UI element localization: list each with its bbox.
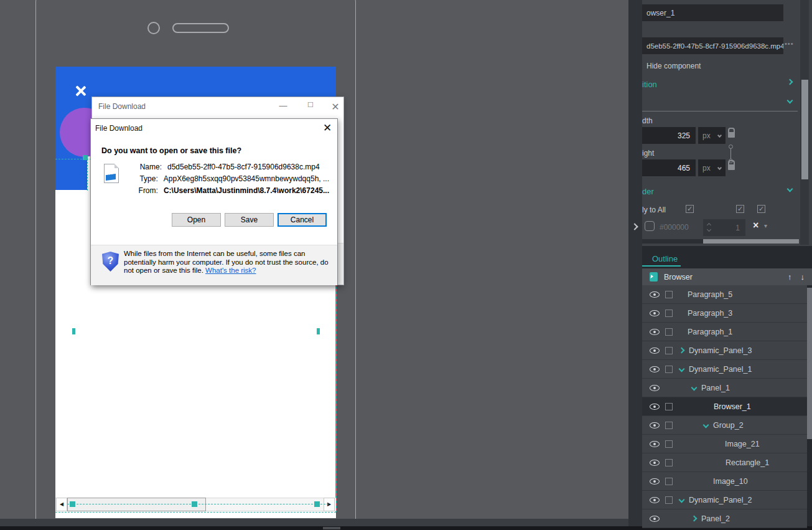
height-unit-select[interactable]: px xyxy=(698,159,726,176)
border-section-label[interactable]: der xyxy=(642,187,654,196)
visibility-eye-icon[interactable] xyxy=(650,422,660,428)
outline-checkbox[interactable] xyxy=(665,366,673,373)
lock-icon[interactable] xyxy=(728,132,735,138)
outline-checkbox[interactable] xyxy=(665,440,673,448)
visibility-eye-icon[interactable] xyxy=(650,348,660,354)
outline-row-rectangle_1[interactable]: Rectangle_1 xyxy=(642,453,807,472)
outline-checkbox[interactable] xyxy=(665,422,673,429)
cancel-button[interactable]: Cancel xyxy=(278,213,327,227)
border-bottom-checkbox[interactable]: ✓ xyxy=(757,205,765,213)
save-button[interactable]: Save xyxy=(225,213,274,227)
lock-icon[interactable] xyxy=(728,164,735,170)
hide-component-label[interactable]: Hide component xyxy=(646,62,701,70)
outline-row-browser_1[interactable]: Browser_1 xyxy=(642,397,807,416)
artboard-edge-guide xyxy=(335,269,337,512)
outline-checkbox[interactable] xyxy=(665,478,673,485)
visibility-eye-icon[interactable] xyxy=(650,329,660,335)
outline-vscroll-thumb[interactable] xyxy=(807,288,812,439)
outline-row-image_21[interactable]: Image_21 xyxy=(642,435,807,453)
border-width-stepper[interactable]: 1 xyxy=(703,219,745,236)
link-dimensions-icon[interactable] xyxy=(730,148,731,159)
visibility-eye-icon[interactable] xyxy=(650,478,660,485)
width-unit-select[interactable]: px xyxy=(698,127,726,144)
outline-checkbox[interactable] xyxy=(665,347,673,354)
more-options-icon[interactable]: ••• xyxy=(785,40,794,47)
chevron-right-icon[interactable] xyxy=(691,516,698,522)
visibility-eye-icon[interactable] xyxy=(650,366,660,372)
move-up-icon[interactable]: ↑ xyxy=(788,272,792,282)
outline-filter-row[interactable]: Browser ↑ ↓ xyxy=(642,268,812,285)
outline-checkbox[interactable] xyxy=(665,310,673,317)
outline-row-dynamic_panel_2[interactable]: Dynamic_Panel_2 xyxy=(642,491,807,509)
chevron-right-icon[interactable] xyxy=(679,348,685,354)
selection-handle[interactable] xyxy=(192,501,197,507)
outline-checkbox[interactable] xyxy=(665,328,673,336)
chevron-down-icon[interactable] xyxy=(691,385,698,391)
chevron-down-icon[interactable] xyxy=(703,422,709,428)
close-icon[interactable] xyxy=(74,85,86,97)
visibility-eye-icon[interactable] xyxy=(650,460,660,466)
chevron-down-icon[interactable] xyxy=(679,497,685,503)
border-color-swatch[interactable] xyxy=(645,221,655,231)
properties-hscroll-thumb[interactable] xyxy=(703,239,799,244)
scroll-right-arrow-icon[interactable]: ▶ xyxy=(324,498,335,511)
file-info-fields: Name:d5d5eb55-2ff0-47b5-8cf7-915906d9638… xyxy=(114,161,329,197)
visibility-eye-icon[interactable] xyxy=(650,310,660,316)
visibility-eye-icon[interactable] xyxy=(650,404,660,410)
border-width-value: 1 xyxy=(735,224,740,232)
selection-handle[interactable] xyxy=(314,501,320,507)
stepper-arrows-icon[interactable] xyxy=(707,222,712,232)
scroll-left-arrow-icon[interactable]: ◀ xyxy=(56,498,67,511)
file-url-input[interactable]: d5eb55-2ff0-47b5-8cf7-915906d9638c.mp4 xyxy=(642,37,783,54)
app-bottom-scrollbar-thumb[interactable] xyxy=(323,527,340,529)
outline-row-group_2[interactable]: Group_2 xyxy=(642,416,807,435)
file-info-value: d5d5eb55-2ff0-47b5-8cf7-915906d9638c.mp4 xyxy=(167,161,320,173)
visibility-eye-icon[interactable] xyxy=(650,385,660,391)
outline-checkbox[interactable] xyxy=(665,496,673,504)
move-down-icon[interactable]: ↓ xyxy=(801,272,805,282)
file-info-label: Name: xyxy=(114,161,162,173)
position-section-label[interactable]: ition xyxy=(642,80,657,89)
visibility-eye-icon[interactable] xyxy=(650,291,660,298)
chevron-down-icon[interactable] xyxy=(787,186,793,192)
border-right-checkbox[interactable]: ✓ xyxy=(736,205,744,213)
selection-handle[interactable] xyxy=(72,328,75,334)
border-color-input[interactable]: #000000 xyxy=(660,223,689,232)
outline-row-dynamic_panel_1[interactable]: Dynamic_Panel_1 xyxy=(642,360,807,379)
chevron-down-icon[interactable] xyxy=(679,366,685,372)
whats-the-risk-link[interactable]: What's the risk? xyxy=(205,267,256,274)
visibility-eye-icon[interactable] xyxy=(650,497,660,503)
close-icon[interactable]: ✕ xyxy=(321,121,334,135)
tab-outline[interactable]: Outline xyxy=(652,254,678,263)
outline-checkbox[interactable] xyxy=(665,459,673,466)
chevron-down-icon[interactable] xyxy=(787,98,793,104)
visibility-eye-icon[interactable] xyxy=(650,516,660,522)
outline-checkbox[interactable] xyxy=(665,403,673,410)
component-name-input[interactable]: owser_1 xyxy=(642,4,783,21)
outline-row-image_10[interactable]: Image_10 xyxy=(642,472,807,491)
properties-vscroll-thumb[interactable] xyxy=(801,80,808,179)
outline-row-paragraph_5[interactable]: Paragraph_5 xyxy=(642,285,807,304)
selection-handle[interactable] xyxy=(83,155,88,160)
outline-row-paragraph_1[interactable]: Paragraph_1 xyxy=(642,323,807,341)
visibility-eye-icon[interactable] xyxy=(650,441,660,447)
outline-row-dynamic_panel_3[interactable]: Dynamic_Panel_3 xyxy=(642,341,807,360)
chevron-right-icon[interactable] xyxy=(787,79,793,85)
selection-handle[interactable] xyxy=(317,328,320,334)
caret-down-icon[interactable]: ▾ xyxy=(764,222,767,229)
width-input[interactable]: 325 xyxy=(642,127,696,144)
outline-row-panel_2[interactable]: Panel_2 xyxy=(642,509,807,528)
maximize-icon[interactable]: ☐ xyxy=(305,101,316,109)
prototype-scrollbar-thumb[interactable] xyxy=(67,498,206,511)
close-icon[interactable]: ✕ xyxy=(330,101,341,113)
border-top-checkbox[interactable]: ✓ xyxy=(686,205,694,213)
open-button[interactable]: Open xyxy=(172,213,221,227)
no-border-icon[interactable]: × xyxy=(753,220,758,231)
outline-row-panel_1[interactable]: Panel_1 xyxy=(642,379,807,397)
outline-checkbox[interactable] xyxy=(665,291,673,298)
height-input[interactable]: 465 xyxy=(642,159,696,176)
dialog-prompt: Do you want to open or save this file? xyxy=(101,146,241,155)
outline-row-paragraph_3[interactable]: Paragraph_3 xyxy=(642,304,807,323)
minimize-icon[interactable]: — xyxy=(278,101,289,110)
selection-handle[interactable] xyxy=(70,501,75,507)
